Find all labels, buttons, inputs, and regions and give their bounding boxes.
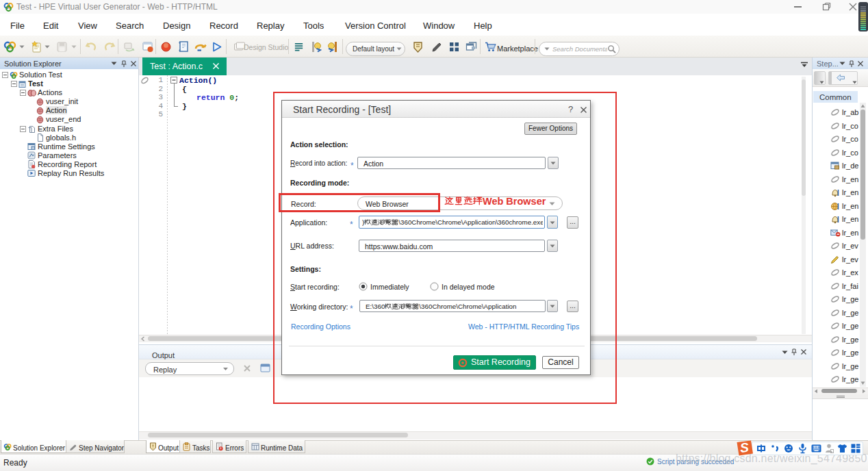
svg-text:S: S <box>739 440 750 455</box>
